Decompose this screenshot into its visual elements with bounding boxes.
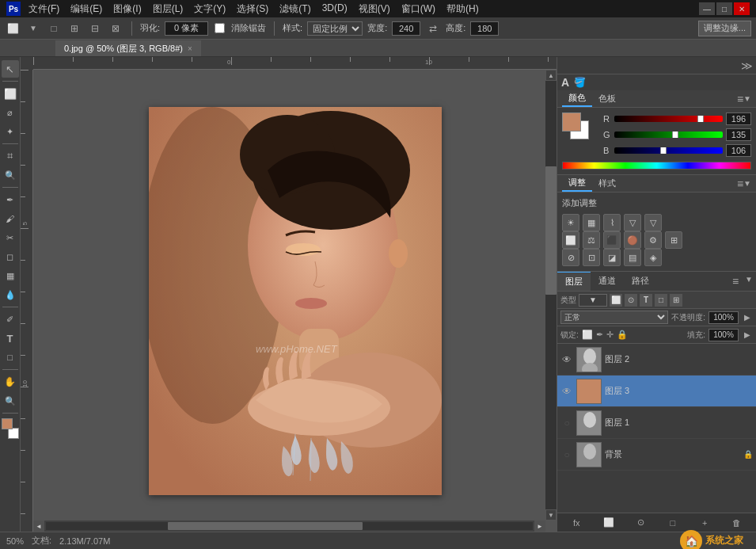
invert-icon[interactable]: ⊘ — [562, 249, 579, 266]
r-slider[interactable] — [614, 116, 723, 122]
antialias-checkbox[interactable] — [215, 23, 225, 33]
style-select[interactable]: 固定比例 — [307, 21, 363, 36]
color-panel-collapse[interactable]: ▼ — [743, 94, 751, 103]
adjust-tab[interactable]: 调整 — [562, 175, 592, 192]
swap-icon[interactable]: ⇄ — [425, 21, 441, 36]
menu-item-文件[interactable]: 文件(F) — [24, 1, 64, 17]
scroll-left-btn[interactable]: ◄ — [33, 520, 44, 532]
styles-tab[interactable]: 样式 — [592, 176, 622, 191]
paths-tab[interactable]: 路径 — [624, 272, 657, 291]
channels-tab[interactable]: 通道 — [591, 272, 624, 291]
brightness-icon[interactable]: ☀ — [562, 214, 579, 231]
r-thumb[interactable] — [697, 116, 704, 122]
scroll-track[interactable] — [545, 81, 557, 509]
menu-item-滤镜[interactable]: 滤镜(T) — [275, 1, 315, 17]
crop-tool[interactable]: ⌗ — [2, 147, 19, 165]
vibrance-icon[interactable]: ▽ — [644, 214, 662, 231]
eyedropper-tool[interactable]: 🔍 — [2, 166, 19, 184]
intersect-sel-icon[interactable]: ⊠ — [108, 21, 123, 36]
marquee-rect-icon[interactable]: ⬜ — [5, 21, 21, 36]
menu-item-图层[interactable]: 图层(L) — [148, 1, 188, 17]
r-value[interactable]: 196 — [726, 112, 751, 125]
new-sel-icon[interactable]: □ — [46, 21, 62, 36]
kind-adjust-icon[interactable]: ⊙ — [625, 294, 637, 307]
menu-item-文字[interactable]: 文字(Y) — [189, 1, 230, 17]
layer-group-icon[interactable]: □ — [666, 516, 680, 530]
spot-heal-tool[interactable]: ✒ — [2, 191, 19, 208]
kind-pixel-icon[interactable]: ⬜ — [610, 294, 622, 307]
opacity-arrow[interactable]: ▶ — [742, 312, 753, 323]
g-value[interactable]: 135 — [726, 128, 751, 141]
selective-color-icon[interactable]: ◈ — [644, 249, 662, 266]
clone-tool[interactable]: ✂ — [2, 229, 19, 246]
layer-bg-visibility[interactable]: ○ — [560, 448, 573, 461]
color-lookup-icon[interactable]: ⊞ — [665, 231, 682, 249]
tab-close-icon[interactable]: × — [188, 44, 192, 53]
color-balance-icon[interactable]: ⚖ — [583, 231, 600, 249]
blur-tool[interactable]: 💧 — [2, 286, 19, 303]
panel-collapse-btn[interactable]: ≫ — [741, 59, 753, 72]
gradient-tool[interactable]: ▦ — [2, 267, 19, 284]
curves-icon[interactable]: ⌇ — [603, 214, 621, 231]
shape-tool[interactable]: □ — [2, 349, 19, 366]
marquee-tool[interactable]: ⬜ — [2, 85, 19, 102]
layer-delete-icon[interactable]: 🗑 — [730, 516, 744, 530]
kind-smart-icon[interactable]: ⊞ — [670, 294, 682, 307]
layer-mask-icon[interactable]: ⬜ — [602, 516, 616, 530]
hand-tool[interactable]: ✋ — [2, 373, 19, 391]
kind-dropdown[interactable]: ▼ — [579, 294, 607, 307]
menu-item-视图[interactable]: 视图(V) — [354, 1, 395, 17]
layers-tab[interactable]: 图层 — [557, 272, 591, 291]
gradient-map-icon[interactable]: ▤ — [624, 249, 641, 266]
layer-item-bg[interactable]: ○ 背景 🔒 — [557, 439, 756, 471]
canvas-scroll[interactable]: www.pHome.NET — [33, 70, 557, 532]
blend-mode-select[interactable]: 正常 — [560, 311, 668, 324]
paint-bucket-icon[interactable]: 🪣 — [573, 74, 586, 90]
scroll-thumb[interactable] — [545, 166, 557, 295]
magic-wand-tool[interactable]: ✦ — [2, 123, 19, 140]
h-scroll-thumb[interactable] — [168, 522, 363, 530]
zoom-tool[interactable]: 🔍 — [2, 392, 19, 410]
layer-item-1[interactable]: ○ 图层 1 — [557, 407, 756, 439]
kind-shape-icon[interactable]: □ — [655, 294, 667, 307]
opacity-input[interactable] — [709, 311, 739, 324]
levels-icon[interactable]: ▦ — [583, 214, 600, 231]
layer-item-3[interactable]: 👁 图层 3 — [557, 376, 756, 407]
scroll-down-btn[interactable]: ▼ — [545, 509, 557, 520]
pen-tool[interactable]: ✐ — [2, 311, 19, 328]
minimize-button[interactable]: — — [699, 2, 715, 15]
lock-brush-icon[interactable]: ✒ — [596, 330, 603, 340]
hue-sat-icon[interactable]: ⬜ — [562, 231, 579, 249]
b-slider[interactable] — [614, 147, 723, 154]
layer-2-visibility[interactable]: 👁 — [560, 353, 573, 366]
exposure-icon[interactable]: ▽ — [624, 214, 641, 231]
height-input[interactable] — [470, 21, 499, 36]
color-spectrum[interactable] — [562, 162, 751, 170]
layer-adj-icon[interactable]: ⊙ — [633, 516, 648, 530]
channel-mix-icon[interactable]: ⚙ — [644, 231, 662, 249]
h-scroll-track[interactable] — [46, 522, 533, 530]
document-tab[interactable]: 0.jpg @ 50% (图层 3, RGB/8#) × — [55, 40, 201, 56]
lasso-tool[interactable]: ⌀ — [2, 104, 19, 121]
adjust-edge-button[interactable]: 调整边缘... — [698, 21, 751, 36]
fill-input[interactable] — [709, 329, 739, 341]
b-thumb[interactable] — [660, 147, 667, 154]
feather-input[interactable] — [165, 21, 208, 36]
threshold-icon[interactable]: ◪ — [603, 249, 621, 266]
layer-new-icon[interactable]: + — [697, 516, 712, 530]
brush-tool[interactable]: 🖌 — [2, 210, 19, 227]
bw-icon[interactable]: ⬛ — [603, 231, 621, 249]
layer-fx-icon[interactable]: fx — [569, 516, 583, 530]
g-thumb[interactable] — [672, 132, 678, 138]
close-button[interactable]: ✕ — [734, 2, 750, 15]
move-tool[interactable]: ↖ — [2, 60, 19, 78]
layer-1-visibility[interactable]: ○ — [560, 417, 573, 429]
add-sel-icon[interactable]: ⊞ — [66, 21, 82, 36]
photo-filter-icon[interactable]: 🟤 — [624, 231, 641, 249]
lock-all-icon[interactable]: 🔒 — [617, 330, 628, 340]
type-tool-icon[interactable]: A — [557, 74, 573, 90]
b-value[interactable]: 106 — [726, 144, 751, 157]
lock-pixel-icon[interactable]: ⬜ — [582, 330, 593, 340]
fg-swatch[interactable] — [562, 112, 581, 132]
subtract-sel-icon[interactable]: ⊟ — [87, 21, 103, 36]
